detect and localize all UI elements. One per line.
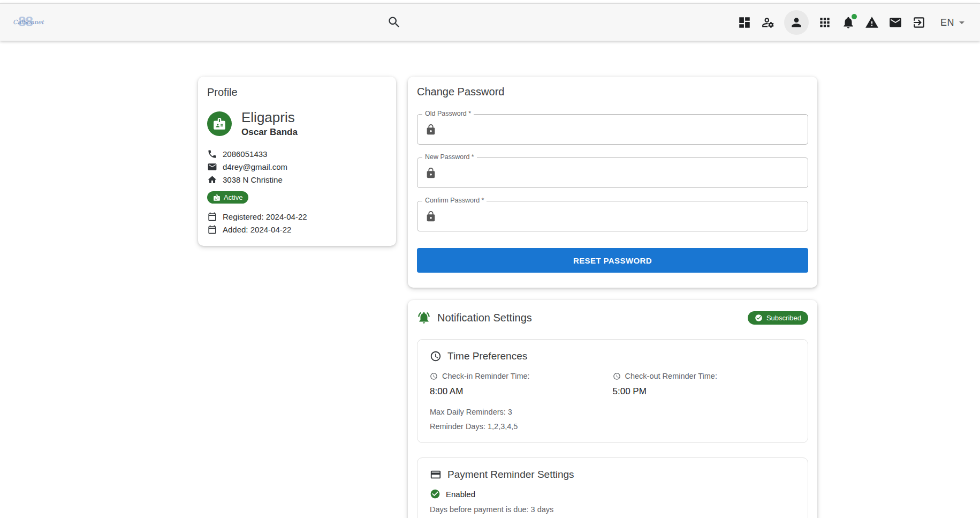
checkin-reminder-value: 8:00 AM [430, 386, 613, 397]
email-row: d4rey@gmail.com [207, 160, 387, 173]
old-password-label: Old Password * [422, 110, 474, 117]
confirm-password-label: Confirm Password * [422, 197, 487, 204]
home-icon [207, 175, 217, 185]
profile-title: Profile [207, 86, 387, 99]
credit-card-icon [430, 469, 442, 481]
change-password-card: Change Password Old Password * New Passw… [408, 77, 817, 288]
added-row: Added: 2024-04-22 [207, 223, 387, 236]
subscription-badge-label: Subscribed [766, 314, 801, 322]
check-circle-icon [430, 489, 440, 499]
added-value: Added: 2024-04-22 [223, 225, 291, 234]
logo-tagline [19, 29, 20, 32]
profile-subname: Oscar Banda [241, 127, 298, 138]
chevron-down-icon [955, 16, 968, 29]
contact-list: 2086051433 d4rey@gmail.com 3038 N Christ… [207, 147, 387, 186]
new-password-input[interactable] [443, 168, 800, 178]
warning-icon[interactable] [864, 15, 879, 30]
address-value: 3038 N Christine [223, 175, 283, 184]
phone-icon [207, 149, 217, 159]
mail-icon[interactable] [888, 15, 903, 30]
profile-name: Eligapris [241, 109, 298, 125]
registered-row: Registered: 2024-04-22 [207, 210, 387, 223]
old-password-field[interactable]: Old Password * [417, 114, 808, 145]
manage-accounts-icon[interactable] [761, 15, 776, 30]
checkin-column: Check-in Reminder Time: 8:00 AM [430, 372, 613, 397]
profile-card: Profile Eligapris Oscar Banda 2086051433… [198, 77, 396, 246]
notification-settings-card: Notification Settings Subscribed Time Pr… [408, 300, 817, 518]
address-row: 3038 N Christine [207, 173, 387, 186]
checkin-reminder-label: Check-in Reminder Time: [442, 372, 530, 380]
status-badge-label: Active [224, 193, 242, 201]
payment-enabled-row: Enabled [430, 489, 795, 499]
confirm-password-field[interactable]: Confirm Password * [417, 201, 808, 231]
old-password-input[interactable] [443, 125, 800, 134]
app-logo[interactable]: 88 CalSonnet [13, 10, 45, 35]
dashboard-icon[interactable] [737, 15, 752, 30]
confirm-password-input[interactable] [443, 212, 800, 221]
time-preferences-box: Time Preferences Check-in Reminder Time:… [417, 339, 808, 443]
lock-icon [425, 211, 437, 222]
change-password-title: Change Password [417, 86, 808, 98]
payment-enabled-label: Enabled [446, 490, 475, 499]
status-badge: Active [207, 191, 248, 204]
logout-icon[interactable] [911, 15, 926, 30]
clock-icon [613, 372, 621, 380]
badge-icon [213, 194, 221, 201]
profile-identity: Eligapris Oscar Banda [207, 109, 387, 138]
calendar-icon [207, 212, 217, 222]
email-value: d4rey@gmail.com [223, 162, 287, 171]
phone-value: 2086051433 [223, 149, 267, 159]
lock-icon [425, 124, 437, 136]
check-circle-icon [755, 314, 763, 322]
clock-icon [430, 372, 438, 380]
search-icon[interactable] [386, 15, 401, 30]
new-password-label: New Password * [422, 153, 477, 161]
language-code: EN [940, 17, 954, 28]
max-daily-reminders: Max Daily Reminders: 3 [430, 408, 795, 416]
dates-list: Registered: 2024-04-22 Added: 2024-04-22 [207, 210, 387, 236]
bell-ringing-icon [417, 311, 431, 325]
notifications-bell-icon[interactable] [841, 15, 856, 30]
checkout-reminder-value: 5:00 PM [613, 386, 796, 397]
reminder-days: Reminder Days: 1,2,3,4,5 [430, 422, 795, 431]
notification-dot [852, 14, 857, 19]
badge-icon [212, 117, 226, 131]
checkout-reminder-label: Check-out Reminder Time: [625, 372, 717, 380]
payment-reminder-title: Payment Reminder Settings [447, 469, 574, 481]
new-password-field[interactable]: New Password * [417, 157, 808, 188]
language-selector[interactable]: EN [940, 16, 968, 29]
logo-script-text: CalSonnet [13, 19, 44, 26]
registered-value: Registered: 2024-04-22 [223, 212, 307, 221]
payment-due-days: Days before payment is due: 3 days [430, 505, 795, 514]
clock-icon [430, 350, 442, 362]
checkout-column: Check-out Reminder Time: 5:00 PM [613, 372, 796, 397]
time-preferences-grid: Check-in Reminder Time: 8:00 AM Check-ou… [430, 372, 795, 397]
notification-settings-header: Notification Settings Subscribed [417, 309, 808, 326]
notification-settings-title: Notification Settings [437, 312, 532, 324]
time-preferences-title: Time Preferences [447, 350, 527, 362]
account-icon[interactable] [784, 10, 809, 35]
calendar-icon [207, 224, 217, 235]
apps-grid-icon[interactable] [817, 15, 832, 30]
lock-icon [425, 167, 437, 179]
header-actions: EN [737, 4, 968, 41]
subscription-badge: Subscribed [748, 311, 808, 325]
reset-password-button[interactable]: RESET PASSWORD [417, 248, 808, 273]
phone-row: 2086051433 [207, 147, 387, 160]
mail-icon [207, 162, 217, 172]
payment-reminder-box: Payment Reminder Settings Enabled Days b… [417, 457, 808, 518]
avatar [207, 111, 232, 136]
app-header: 88 CalSonnet EN [0, 3, 980, 41]
